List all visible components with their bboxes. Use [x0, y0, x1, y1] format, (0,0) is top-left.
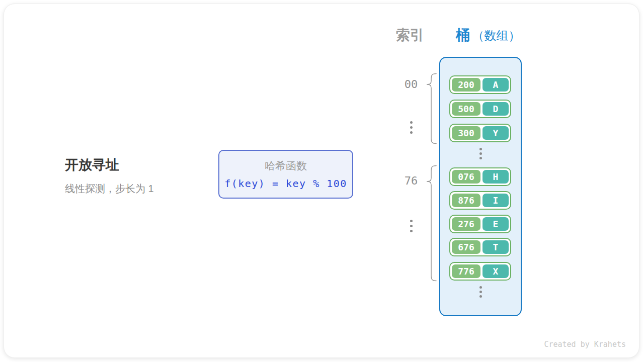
brace-icon-76 [425, 165, 438, 282]
bucket-array-container: 200 A 500 D 300 Y 076 H 876 I 276 E 676 … [439, 57, 522, 316]
index-ellipsis-icon [405, 121, 417, 134]
bucket-entry: 500 D [449, 100, 511, 118]
bucket-entry: 276 E [449, 215, 511, 233]
entry-value: X [482, 264, 509, 278]
index-label-76: 76 [400, 174, 422, 187]
bucket-header-note: （数组） [472, 29, 520, 42]
entry-value: H [482, 170, 509, 184]
index-label-00: 00 [400, 78, 422, 90]
bucket-entry: 676 T [449, 238, 511, 256]
bucket-column-header: 桶 （数组） [456, 26, 520, 45]
entry-value: A [482, 78, 509, 92]
entry-key: 676 [452, 240, 480, 254]
bucket-entry: 300 Y [449, 124, 511, 142]
entry-key: 776 [452, 264, 480, 278]
page-title: 开放寻址 [65, 155, 119, 174]
watermark-credit: Created by Krahets [544, 340, 626, 349]
bucket-ellipsis-icon [440, 148, 521, 159]
hash-function-box: 哈希函数 f(key) = key % 100 [218, 150, 353, 199]
entry-value: D [482, 102, 509, 116]
entry-value: I [482, 194, 509, 207]
diagram-card: 开放寻址 线性探测，步长为 1 哈希函数 f(key) = key % 100 … [4, 4, 639, 358]
bucket-entry: 776 X [449, 262, 511, 281]
entry-key: 276 [452, 217, 480, 231]
entry-value: Y [482, 126, 509, 140]
bucket-ellipsis-icon [440, 286, 521, 298]
bucket-entry: 200 A [449, 75, 511, 94]
bucket-header-word: 桶 [456, 27, 470, 43]
entry-key: 076 [452, 170, 480, 184]
bucket-entry: 876 I [449, 191, 511, 210]
index-ellipsis-icon [405, 220, 417, 232]
bucket-entry: 076 H [449, 167, 511, 186]
hash-function-formula: f(key) = key % 100 [224, 177, 347, 190]
entry-value: E [482, 217, 509, 231]
hash-function-label: 哈希函数 [265, 159, 307, 173]
entry-key: 876 [452, 194, 480, 207]
entry-key: 200 [452, 78, 480, 92]
brace-icon-00 [425, 73, 438, 144]
entry-value: T [482, 240, 509, 254]
page-subtitle: 线性探测，步长为 1 [65, 181, 154, 196]
index-column-header: 索引 [396, 26, 424, 45]
entry-key: 500 [452, 102, 480, 116]
entry-key: 300 [452, 126, 480, 140]
